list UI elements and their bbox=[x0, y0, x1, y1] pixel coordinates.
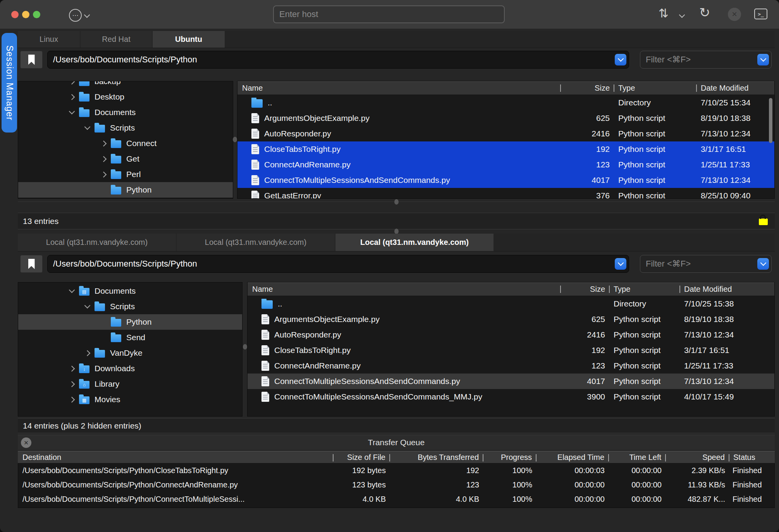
filter-dropdown-button[interactable] bbox=[757, 258, 769, 270]
file-row[interactable]: CloseTabsToRight.py 192 Python script 3/… bbox=[237, 141, 774, 157]
session-tab[interactable]: Linux bbox=[18, 31, 80, 48]
minimize-window-button[interactable] bbox=[22, 11, 29, 18]
tree-item[interactable]: ▤ Documents bbox=[18, 283, 242, 299]
path-dropdown-button[interactable] bbox=[615, 54, 626, 65]
tree-item[interactable]: Python bbox=[18, 182, 233, 198]
local-session-tab[interactable]: Local (qt31.nm.vandyke.com) bbox=[177, 234, 335, 251]
tree-chevron-icon[interactable] bbox=[84, 350, 91, 356]
overflow-menu-button[interactable]: ⋯ bbox=[69, 9, 82, 22]
tree-chevron-icon[interactable] bbox=[69, 396, 75, 403]
host-input[interactable] bbox=[273, 5, 505, 23]
tree-item[interactable]: ↓ Downloads bbox=[18, 361, 242, 376]
file-row[interactable]: ConnectToMultipleSessionsAndSendCommands… bbox=[248, 389, 774, 405]
queue-column-header[interactable]: Destination bbox=[18, 451, 333, 463]
tree-chevron-icon[interactable] bbox=[84, 124, 91, 130]
file-row[interactable]: .. Directory 7/10/25 15:34 bbox=[237, 95, 774, 110]
file-row[interactable]: ArgumentsObjectExample.py 625 Python scr… bbox=[237, 110, 774, 126]
tree-chevron-icon[interactable] bbox=[69, 81, 75, 84]
file-row[interactable]: CloseTabsToRight.py 192 Python script 3/… bbox=[248, 343, 774, 358]
file-row[interactable]: ConnectToMultipleSessionsAndSendCommands… bbox=[237, 172, 774, 188]
filter-input[interactable] bbox=[640, 51, 772, 69]
column-header[interactable]: Date Modified bbox=[679, 283, 774, 296]
column-header[interactable]: Type bbox=[614, 82, 696, 95]
column-header[interactable]: Name bbox=[248, 283, 560, 296]
close-queue-icon[interactable]: ✕ bbox=[21, 437, 31, 448]
tree-item[interactable]: backup bbox=[18, 81, 233, 89]
queue-column-header[interactable]: Progress bbox=[483, 451, 536, 463]
file-row[interactable]: ArgumentsObjectExample.py 625 Python scr… bbox=[248, 312, 774, 327]
column-header[interactable]: Name bbox=[237, 82, 560, 95]
tree-chevron-icon[interactable] bbox=[84, 303, 91, 309]
tree-item[interactable]: Scripts bbox=[18, 299, 242, 314]
filter-dropdown-button[interactable] bbox=[757, 54, 769, 65]
zoom-window-button[interactable] bbox=[33, 11, 40, 18]
bookmark-button[interactable] bbox=[20, 255, 43, 273]
queue-column-header[interactable]: Bytes Transferred bbox=[389, 451, 483, 463]
transfer-row[interactable]: /Users/bob/Documents/Scripts/Python/Conn… bbox=[18, 478, 774, 492]
queue-column-header[interactable]: Size of File bbox=[333, 451, 389, 463]
tree-chevron-icon[interactable] bbox=[69, 94, 75, 100]
column-header[interactable]: Type bbox=[609, 283, 679, 296]
splitter-handle[interactable] bbox=[243, 344, 247, 350]
column-header[interactable]: Date Modified bbox=[696, 82, 774, 95]
file-row[interactable]: AutoResponder.py 2416 Python script 7/13… bbox=[248, 327, 774, 343]
file-row[interactable]: GetLastError.py 376 Python script 8/25/1… bbox=[237, 188, 774, 199]
tree-item[interactable]: ⌂ Library bbox=[18, 376, 242, 392]
splitter-handle[interactable] bbox=[233, 137, 237, 142]
cancel-icon[interactable]: ✕ bbox=[728, 8, 741, 21]
tree-item[interactable]: Send bbox=[18, 330, 242, 345]
transfer-sort-icon[interactable]: ⇅ bbox=[659, 6, 669, 21]
tree-item[interactable]: Connect bbox=[18, 136, 233, 151]
file-row[interactable]: ConnectAndRename.py 123 Python script 1/… bbox=[248, 358, 774, 374]
tree-chevron-icon[interactable] bbox=[69, 365, 75, 372]
scrollbar-thumb[interactable] bbox=[769, 98, 772, 143]
tree-item[interactable]: Documents bbox=[18, 105, 233, 120]
menu-chevron-down-icon[interactable] bbox=[84, 12, 90, 18]
path-dropdown-button[interactable] bbox=[615, 258, 626, 270]
transfer-row[interactable]: /Users/bob/Documents/Scripts/Python/Conn… bbox=[18, 492, 774, 506]
queue-column-header[interactable]: Status bbox=[729, 451, 775, 463]
tree-item[interactable]: ▦ Movies bbox=[18, 392, 242, 407]
column-header[interactable]: Size bbox=[560, 82, 614, 95]
file-type: Python script bbox=[609, 315, 679, 324]
folder-glyph-icon: ▤ bbox=[79, 288, 89, 296]
tree-chevron-icon[interactable] bbox=[69, 287, 75, 293]
file-row[interactable]: AutoResponder.py 2416 Python script 7/13… bbox=[237, 126, 774, 141]
tree-chevron-icon[interactable] bbox=[101, 171, 107, 177]
splitter-handle[interactable] bbox=[394, 199, 399, 205]
tree-item[interactable]: Perl bbox=[18, 167, 233, 182]
file-row[interactable]: ConnectAndRename.py 123 Python script 1/… bbox=[237, 157, 774, 172]
tree-chevron-icon[interactable] bbox=[69, 108, 75, 115]
tree-item[interactable]: Get bbox=[18, 151, 233, 167]
path-input[interactable] bbox=[47, 255, 629, 273]
refresh-icon[interactable]: ↻ bbox=[699, 5, 710, 20]
tree-item[interactable]: Desktop bbox=[18, 89, 233, 105]
title-bar: ⋯ ⇅ ↻ ✕ >_ bbox=[0, 0, 779, 29]
column-header[interactable]: Size bbox=[560, 283, 609, 296]
session-tab[interactable]: Red Hat bbox=[81, 31, 152, 48]
tree-item[interactable]: VanDyke bbox=[18, 345, 242, 361]
sort-chevron-down-icon[interactable] bbox=[679, 12, 685, 18]
tree-item[interactable]: Python bbox=[18, 314, 242, 330]
path-input[interactable] bbox=[47, 51, 629, 69]
terminal-icon[interactable]: >_ bbox=[754, 9, 767, 19]
filter-input[interactable] bbox=[640, 255, 772, 273]
queue-column-header[interactable]: Speed bbox=[665, 451, 729, 463]
tree-item[interactable]: Scripts bbox=[18, 120, 233, 136]
local-session-tab[interactable]: Local (qt31.nm.vandyke.com) bbox=[18, 234, 176, 251]
queue-column-header[interactable]: Elapsed Time bbox=[536, 451, 608, 463]
session-tab[interactable]: Ubuntu bbox=[153, 31, 225, 48]
queue-column-header[interactable]: Time Left bbox=[608, 451, 665, 463]
file-row[interactable]: .. Directory 7/10/25 15:38 bbox=[248, 296, 774, 312]
close-window-button[interactable] bbox=[11, 11, 19, 18]
tree-chevron-icon[interactable] bbox=[101, 140, 107, 146]
splitter-handle[interactable] bbox=[394, 229, 399, 234]
file-name: ArgumentsObjectExample.py bbox=[264, 114, 370, 123]
session-manager-tab[interactable]: Session Manager bbox=[2, 33, 17, 133]
file-row[interactable]: ConnectToMultipleSessionsAndSendCommands… bbox=[248, 374, 774, 389]
transfer-row[interactable]: /Users/bob/Documents/Scripts/Python/Clos… bbox=[18, 463, 774, 478]
tree-chevron-icon[interactable] bbox=[69, 381, 75, 387]
local-session-tab[interactable]: Local (qt31.nm.vandyke.com) bbox=[335, 234, 494, 251]
tree-chevron-icon[interactable] bbox=[101, 156, 107, 162]
bookmark-button[interactable] bbox=[20, 51, 43, 69]
